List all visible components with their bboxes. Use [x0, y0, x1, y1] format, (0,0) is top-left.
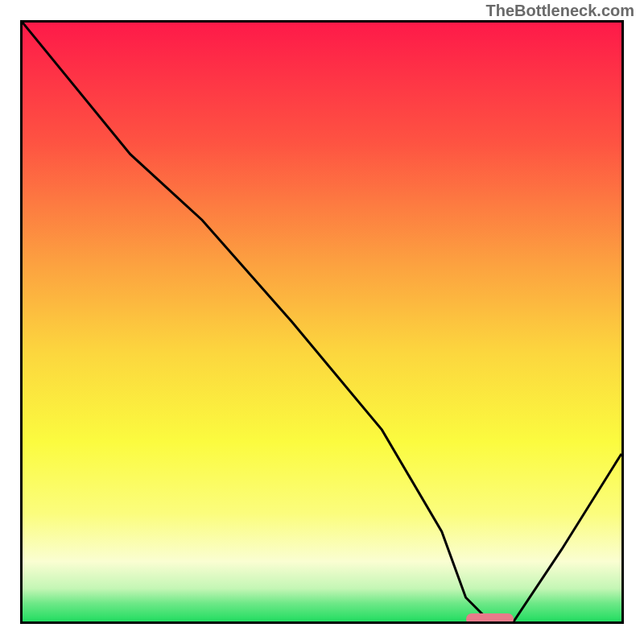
watermark-text: TheBottleneck.com	[486, 2, 634, 20]
chart-plot-area	[20, 20, 624, 624]
optimal-range-marker	[466, 613, 514, 624]
bottleneck-curve	[23, 23, 621, 621]
